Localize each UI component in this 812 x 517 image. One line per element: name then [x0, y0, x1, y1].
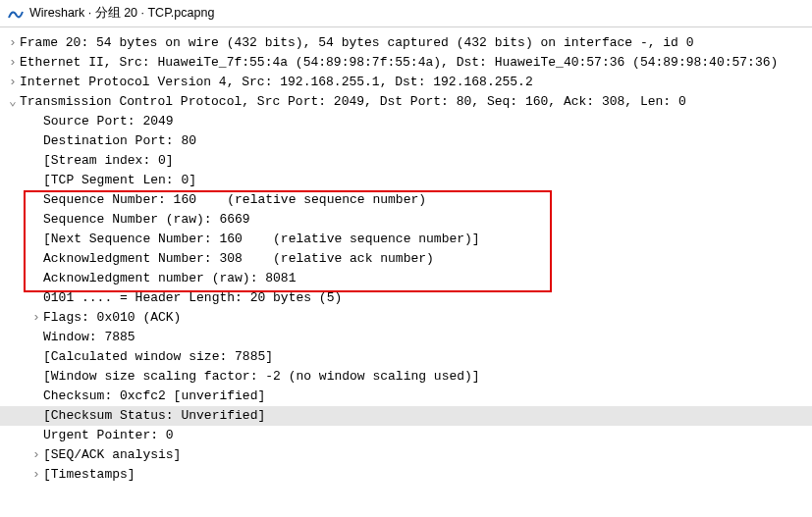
- frame-label: Frame 20: 54 bytes on wire (432 bits), 5…: [20, 33, 694, 53]
- frame-node[interactable]: › Frame 20: 54 bytes on wire (432 bits),…: [0, 33, 812, 53]
- tcp-checksum-status[interactable]: [Checksum Status: Unverified]: [0, 406, 812, 426]
- tcp-stream-index[interactable]: [Stream index: 0]: [0, 151, 812, 171]
- packet-tree-wrap: › Frame 20: 54 bytes on wire (432 bits),…: [0, 27, 812, 491]
- tcp-src-port[interactable]: Source Port: 2049: [0, 112, 812, 131]
- chevron-right-icon[interactable]: ›: [29, 445, 43, 465]
- tcp-seg-len[interactable]: [TCP Segment Len: 0]: [0, 171, 812, 190]
- tcp-window[interactable]: Window: 7885: [0, 328, 812, 347]
- packet-details-tree[interactable]: › Frame 20: 54 bytes on wire (432 bits),…: [0, 27, 812, 491]
- ip-node[interactable]: › Internet Protocol Version 4, Src: 192.…: [0, 73, 812, 92]
- tcp-win-scale[interactable]: [Window size scaling factor: -2 (no wind…: [0, 367, 812, 387]
- tcp-seq-num[interactable]: Sequence Number: 160 (relative sequence …: [0, 190, 812, 210]
- chevron-right-icon[interactable]: ›: [6, 33, 20, 53]
- chevron-down-icon[interactable]: ⌄: [6, 92, 20, 112]
- tcp-checksum[interactable]: Checksum: 0xcfc2 [unverified]: [0, 387, 812, 406]
- ethernet-label: Ethernet II, Src: HuaweiTe_7f:55:4a (54:…: [20, 53, 778, 73]
- ethernet-node[interactable]: › Ethernet II, Src: HuaweiTe_7f:55:4a (5…: [0, 53, 812, 73]
- tcp-timestamps-node[interactable]: › [Timestamps]: [0, 465, 812, 485]
- tcp-ack-num[interactable]: Acknowledgment Number: 308 (relative ack…: [0, 249, 812, 269]
- tcp-seq-ack-node[interactable]: › [SEQ/ACK analysis]: [0, 445, 812, 465]
- tcp-calc-window[interactable]: [Calculated window size: 7885]: [0, 347, 812, 367]
- ip-label: Internet Protocol Version 4, Src: 192.16…: [20, 73, 533, 92]
- tcp-node[interactable]: ⌄ Transmission Control Protocol, Src Por…: [0, 92, 812, 112]
- tcp-hdr-len[interactable]: 0101 .... = Header Length: 20 bytes (5): [0, 288, 812, 308]
- tcp-urgent[interactable]: Urgent Pointer: 0: [0, 426, 812, 445]
- chevron-right-icon[interactable]: ›: [29, 308, 43, 328]
- tcp-flags-node[interactable]: › Flags: 0x010 (ACK): [0, 308, 812, 328]
- chevron-right-icon[interactable]: ›: [6, 53, 20, 73]
- titlebar: Wireshark · 分组 20 · TCP.pcapng: [0, 0, 812, 27]
- window-title: Wireshark · 分组 20 · TCP.pcapng: [29, 5, 214, 22]
- tcp-seq-ack-label: [SEQ/ACK analysis]: [43, 445, 181, 465]
- tcp-dst-port[interactable]: Destination Port: 80: [0, 131, 812, 151]
- tcp-flags-label: Flags: 0x010 (ACK): [43, 308, 181, 328]
- wireshark-icon: [8, 6, 24, 22]
- chevron-right-icon[interactable]: ›: [29, 465, 43, 485]
- tcp-timestamps-label: [Timestamps]: [43, 465, 135, 485]
- tcp-label: Transmission Control Protocol, Src Port:…: [20, 92, 686, 112]
- chevron-right-icon[interactable]: ›: [6, 73, 20, 92]
- tcp-seq-raw[interactable]: Sequence Number (raw): 6669: [0, 210, 812, 230]
- tcp-ack-raw[interactable]: Acknowledgment number (raw): 8081: [0, 269, 812, 288]
- tcp-next-seq[interactable]: [Next Sequence Number: 160 (relative seq…: [0, 230, 812, 249]
